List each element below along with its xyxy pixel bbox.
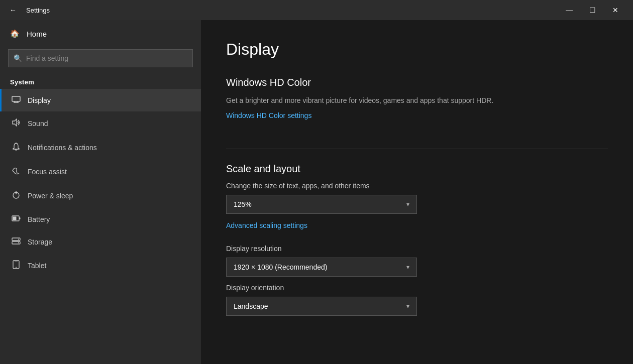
resolution-value: 1920 × 1080 (Recommended) (234, 263, 327, 271)
hd-color-description: Get a brighter and more vibrant picture … (226, 95, 528, 106)
storage-icon (12, 237, 21, 246)
display-icon (12, 96, 21, 104)
scale-chevron-icon: ▾ (406, 201, 409, 208)
sidebar-item-storage[interactable]: Storage (0, 230, 201, 253)
minimize-button[interactable]: — (558, 0, 581, 20)
battery-icon (12, 215, 21, 223)
scale-value: 125% (234, 200, 252, 208)
hd-color-link[interactable]: Windows HD Color settings (226, 111, 311, 119)
sidebar-item-battery[interactable]: Battery (0, 208, 201, 230)
svg-marker-4 (13, 119, 17, 126)
sidebar-home-item[interactable]: 🏠 Home (0, 20, 201, 47)
orientation-chevron-icon: ▾ (406, 303, 409, 310)
orientation-dropdown[interactable]: Landscape ▾ (226, 297, 417, 316)
search-icon: 🔍 (14, 54, 22, 62)
resolution-dropdown[interactable]: 1920 × 1080 (Recommended) ▾ (226, 258, 417, 277)
sound-icon (12, 118, 21, 128)
svg-point-15 (16, 267, 17, 268)
sidebar-item-power[interactable]: Power & sleep (0, 183, 201, 208)
hd-color-section-title: Windows HD Color (226, 77, 608, 88)
power-icon (12, 190, 21, 201)
sidebar-item-tablet-label: Tablet (28, 262, 46, 270)
svg-rect-0 (12, 96, 20, 101)
svg-rect-9 (19, 217, 21, 219)
svg-point-13 (18, 242, 19, 244)
focus-icon (12, 167, 21, 176)
sidebar-item-sound[interactable]: Sound (0, 111, 201, 135)
window-controls: — ☐ ✕ (558, 0, 627, 20)
page-title: Display (226, 40, 608, 59)
sidebar-item-notifications[interactable]: Notifications & actions (0, 135, 201, 160)
title-bar: ← Settings — ☐ ✕ (0, 0, 633, 20)
scale-layout-section: Change the size of text, apps, and other… (226, 182, 608, 316)
sidebar: 🏠 Home 🔍 System Display (0, 20, 201, 364)
orientation-label: Display orientation (226, 284, 608, 292)
close-button[interactable]: ✕ (604, 0, 627, 20)
sidebar-item-sound-label: Sound (28, 119, 48, 128)
scale-dropdown[interactable]: 125% ▾ (226, 195, 417, 214)
scale-change-label: Change the size of text, apps, and other… (226, 182, 608, 190)
tablet-icon (12, 260, 21, 271)
resolution-label: Display resolution (226, 245, 608, 253)
sidebar-item-display[interactable]: Display (0, 89, 201, 111)
sidebar-item-focus-label: Focus assist (28, 168, 67, 176)
sidebar-section-label: System (0, 73, 201, 89)
sidebar-item-focus[interactable]: Focus assist (0, 160, 201, 183)
svg-rect-8 (13, 217, 17, 220)
sidebar-item-display-label: Display (28, 96, 51, 104)
home-icon: 🏠 (10, 29, 20, 38)
maximize-button[interactable]: ☐ (581, 0, 604, 20)
search-box[interactable]: 🔍 (8, 49, 193, 67)
scale-section-title: Scale and layout (226, 163, 608, 175)
section-divider-1 (226, 149, 608, 149)
advanced-scaling-link[interactable]: Advanced scaling settings (226, 221, 307, 229)
sidebar-item-notifications-label: Notifications & actions (28, 144, 97, 152)
notifications-icon (12, 142, 21, 153)
orientation-value: Landscape (234, 302, 268, 310)
sidebar-item-battery-label: Battery (28, 215, 50, 223)
sidebar-item-tablet[interactable]: Tablet (0, 253, 201, 278)
content-area: Display Windows HD Color Get a brighter … (201, 20, 633, 364)
resolution-chevron-icon: ▾ (406, 264, 409, 271)
sidebar-item-storage-label: Storage (28, 238, 52, 246)
sidebar-item-power-label: Power & sleep (28, 192, 73, 200)
search-input[interactable] (26, 54, 187, 62)
svg-point-12 (18, 239, 19, 240)
back-button[interactable]: ← (6, 3, 20, 17)
main-layout: 🏠 Home 🔍 System Display (0, 20, 633, 364)
sidebar-home-label: Home (27, 30, 47, 38)
app-title: Settings (26, 7, 558, 14)
